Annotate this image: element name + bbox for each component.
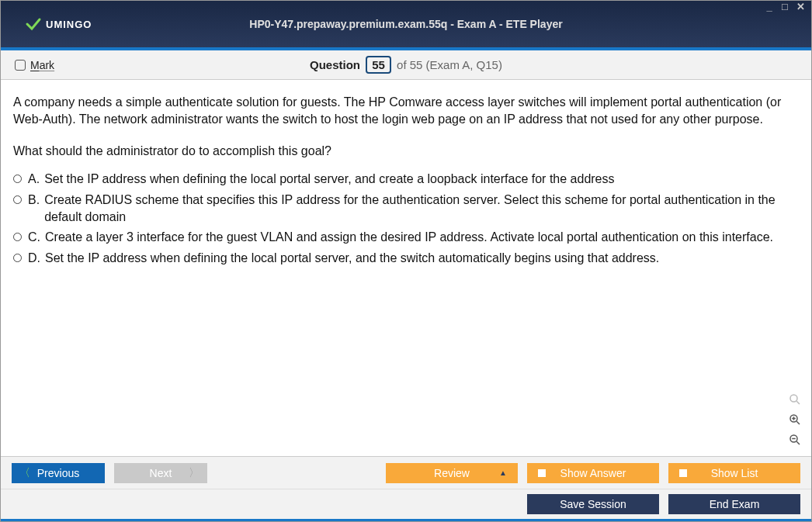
minimize-button[interactable]: _ — [763, 2, 776, 13]
svg-line-8 — [796, 441, 800, 444]
answer-text: Create a layer 3 interface for the guest… — [45, 229, 773, 246]
question-total: of 55 (Exam A, Q15) — [397, 58, 502, 71]
logo: UMINGO — [24, 15, 92, 33]
previous-button[interactable]: 〈 Previous — [12, 463, 105, 483]
app-window: UMINGO HP0-Y47.prepaway.premium.exam.55q… — [0, 0, 812, 522]
show-answer-label: Show Answer — [560, 467, 626, 479]
window-title: HP0-Y47.prepaway.premium.exam.55q - Exam… — [1, 18, 811, 30]
zoom-in-icon[interactable] — [786, 411, 803, 428]
logo-icon — [24, 15, 43, 33]
square-icon — [679, 469, 687, 477]
question-body: A company needs a simple authenticate so… — [13, 94, 799, 129]
show-list-button[interactable]: Show List — [668, 463, 800, 483]
question-word: Question — [310, 58, 360, 71]
answer-text: Create RADIUS scheme that specifies this… — [44, 192, 799, 226]
logo-text: UMINGO — [46, 19, 92, 30]
end-exam-button[interactable]: End Exam — [668, 494, 800, 514]
answer-letter: A. — [28, 171, 40, 188]
svg-point-0 — [790, 395, 797, 402]
answer-list: A.Set the IP address when defining the l… — [13, 171, 799, 267]
answer-option[interactable]: B.Create RADIUS scheme that specifies th… — [13, 192, 799, 226]
chevron-left-icon: 〈 — [19, 466, 30, 480]
question-prompt: What should the administrator do to acco… — [13, 143, 799, 160]
show-list-label: Show List — [711, 467, 758, 479]
radio-icon — [13, 254, 22, 262]
radio-icon — [13, 233, 22, 241]
square-icon — [538, 469, 546, 477]
answer-text: Set the IP address when defining the loc… — [45, 250, 659, 267]
answer-text: Set the IP address when defining the loc… — [44, 171, 614, 188]
question-number: 55 — [366, 56, 391, 74]
footer-actions: Save Session End Exam — [1, 489, 811, 521]
subheader: Mark Question 55 of 55 (Exam A, Q15) — [1, 50, 811, 80]
answer-option[interactable]: A.Set the IP address when defining the l… — [13, 171, 799, 188]
close-button[interactable]: ✕ — [794, 2, 807, 13]
end-exam-label: End Exam — [710, 498, 760, 510]
show-answer-button[interactable]: Show Answer — [527, 463, 659, 483]
question-content: A company needs a simple authenticate so… — [1, 80, 811, 456]
radio-icon — [13, 195, 22, 204]
search-icon[interactable] — [786, 391, 803, 408]
titlebar: UMINGO HP0-Y47.prepaway.premium.exam.55q… — [1, 1, 811, 47]
review-button[interactable]: Review ▲ — [386, 463, 518, 483]
next-label: Next — [150, 467, 172, 479]
answer-letter: D. — [28, 250, 40, 267]
save-session-label: Save Session — [560, 498, 626, 510]
maximize-button[interactable]: □ — [779, 2, 791, 13]
footer-nav: 〈 Previous Next 〉 Review ▲ Show Answer S… — [1, 456, 811, 489]
chevron-right-icon: 〉 — [189, 466, 200, 480]
review-label: Review — [434, 467, 470, 479]
svg-line-5 — [796, 421, 800, 424]
triangle-up-icon: ▲ — [499, 468, 507, 477]
answer-letter: C. — [28, 229, 40, 246]
window-controls: _ □ ✕ — [763, 2, 807, 13]
answer-option[interactable]: C.Create a layer 3 interface for the gue… — [13, 229, 799, 246]
radio-icon — [13, 175, 22, 183]
zoom-controls — [786, 391, 803, 448]
next-button[interactable]: Next 〉 — [114, 463, 207, 483]
answer-letter: B. — [28, 192, 40, 226]
question-counter: Question 55 of 55 (Exam A, Q15) — [1, 56, 811, 74]
previous-label: Previous — [37, 467, 79, 479]
answer-option[interactable]: D.Set the IP address when defining the l… — [13, 250, 799, 267]
svg-line-1 — [796, 401, 800, 404]
zoom-out-icon[interactable] — [786, 431, 803, 448]
save-session-button[interactable]: Save Session — [527, 494, 659, 514]
